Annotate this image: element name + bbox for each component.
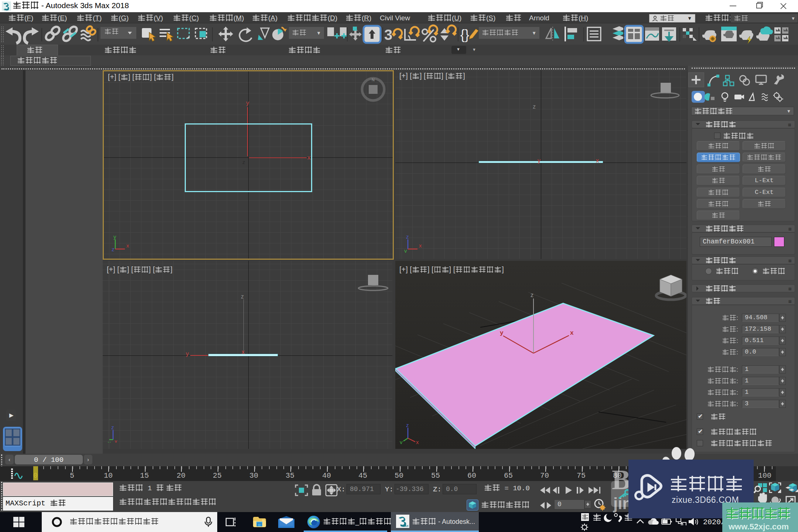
svg-text:z: z	[531, 292, 533, 298]
svg-text:MAX: MAX	[403, 525, 409, 527]
svg-text:x: x	[570, 329, 574, 336]
svg-text:y: y	[500, 329, 504, 336]
svg-text:x: x	[115, 438, 117, 443]
svg-text:z: z	[406, 422, 409, 428]
svg-text:y: y	[404, 248, 407, 253]
svg-text:y: y	[113, 234, 116, 240]
svg-text:MAX: MAX	[4, 8, 8, 11]
svg-text:z: z	[406, 234, 409, 240]
svg-text:{}: {}	[460, 27, 469, 42]
svg-text:y: y	[400, 439, 403, 444]
svg-text:3: 3	[384, 27, 392, 43]
svg-text:x: x	[416, 439, 419, 444]
svg-text:N: N	[372, 78, 375, 82]
svg-text:y: y	[108, 440, 111, 443]
svg-text:z: z	[112, 246, 115, 252]
svg-text:x: x	[419, 242, 422, 249]
svg-text:z: z	[111, 424, 114, 430]
svg-text:x: x	[126, 242, 129, 249]
